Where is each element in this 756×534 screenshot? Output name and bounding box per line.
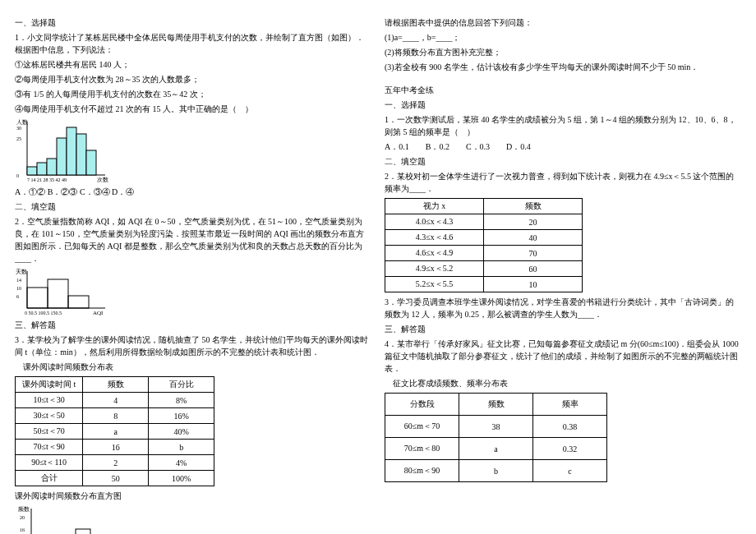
- histogram-1: 人数 次数 30 25 0 7 14 21 28 35 42 49: [15, 117, 113, 183]
- mid-h1: 一、选择题: [385, 99, 741, 111]
- mid-q1-opts: A．0.1 B．0.2 C．0.3 D．0.4: [385, 140, 741, 153]
- svg-rect-22: [27, 288, 48, 308]
- svg-rect-12: [76, 134, 86, 175]
- q3-sub2: (2)将频数分布直方图补充完整；: [385, 46, 741, 58]
- histogram-2: 天数 AQI 14 10 6 0 50.5 100.5 150.5: [15, 267, 113, 316]
- chart2-ylabel: 天数: [16, 269, 27, 275]
- chart-ylabel: 人数: [16, 119, 28, 126]
- mid-h2: 二、填空题: [385, 155, 741, 168]
- svg-text:25: 25: [16, 136, 21, 141]
- chart3-ylabel: 频数: [18, 506, 30, 513]
- svg-text:0: 0: [16, 173, 19, 178]
- histogram-3: 频数 时间/min 20 16 12 8 4 0 10 30 50 70 90 …: [15, 504, 130, 534]
- svg-rect-2: [27, 167, 37, 175]
- vision-table: 视力 x频数 4.0≤x＜4.320 4.3≤x＜4.640 4.6≤x＜4.9…: [385, 198, 583, 292]
- right-column: 请根据图表中提供的信息回答下列问题： (1)a=____，b=____； (2)…: [378, 16, 748, 518]
- mid-h3: 三、解答题: [385, 323, 741, 335]
- svg-rect-6: [47, 159, 57, 175]
- svg-rect-8: [57, 138, 67, 175]
- svg-text:14: 14: [16, 278, 21, 283]
- table-title: 课外阅读时间频数分布表: [15, 361, 371, 373]
- q1-options: A．①② B．②③ C．③④ D．④: [15, 186, 371, 198]
- mid-q3: 3．学习委员调查本班学生课外阅读情况，对学生喜爱的书籍进行分类统计，其中「古诗词…: [385, 296, 741, 320]
- q1-stmt-3: ③有 1/5 的人每周使用手机支付的次数在 35～42 次；: [15, 88, 371, 100]
- essay-score-table: 分数段频数频率 60≤m＜70380.38 70≤m＜80a0.32 80≤m＜…: [385, 393, 607, 482]
- section-heading-3: 三、解答题: [15, 319, 371, 331]
- q3-cont: 请根据图表中提供的信息回答下列问题：: [385, 16, 741, 29]
- question-1: 1．小文同学统计了某栋居民楼中全体居民每周使用手机支付的次数，并绘制了直方图（如…: [15, 31, 371, 56]
- chart-xlabel: 次数: [97, 177, 108, 183]
- svg-text:10: 10: [16, 286, 21, 291]
- left-column: 一、选择题 1．小文同学统计了某栋居民楼中全体居民每周使用手机支付的次数，并绘制…: [8, 16, 378, 518]
- chart2-xlabel: AQI: [93, 310, 104, 316]
- section-heading-2: 二、填空题: [15, 200, 371, 213]
- mid-q1: 1．一次数学测试后，某班 40 名学生的成绩被分为 5 组，第 1～4 组的频数…: [385, 113, 741, 138]
- svg-rect-34: [76, 529, 90, 534]
- svg-rect-23: [48, 279, 68, 308]
- question-2: 2．空气质量指数简称 AQI，如 AQI 在 0～50，空气质量类别为优，在 5…: [15, 215, 371, 265]
- mid-title: 五年中考全练: [385, 84, 741, 96]
- section-heading: 一、选择题: [15, 16, 371, 29]
- svg-rect-24: [68, 296, 89, 308]
- svg-rect-10: [67, 127, 76, 175]
- svg-text:16: 16: [20, 527, 25, 532]
- svg-text:6: 6: [16, 294, 19, 299]
- svg-rect-14: [86, 150, 96, 175]
- question-3: 3．某学校为了解学生的课外阅读情况，随机抽查了 50 名学生，并统计他们平均每天…: [15, 334, 371, 358]
- mid-q4-sub: 征文比赛成绩频数、频率分布表: [385, 377, 741, 389]
- svg-text:0  50.5 100.5 150.5: 0 50.5 100.5 150.5: [25, 311, 62, 315]
- q1-stmt-1: ①这栋居民楼共有居民 140 人；: [15, 58, 371, 71]
- svg-text:20: 20: [20, 515, 25, 520]
- q1-stmt-2: ②每周使用手机支付次数为 28～35 次的人数最多；: [15, 73, 371, 85]
- chart2-title: 课外阅读时间频数分布直方图: [15, 490, 371, 502]
- reading-time-table: 课外阅读时间 t频数百分比 10≤t＜3048% 30≤t＜50816% 50≤…: [15, 376, 214, 486]
- svg-text:30: 30: [16, 126, 21, 131]
- svg-text:7 14 21 28 35 42 49: 7 14 21 28 35 42 49: [27, 177, 67, 182]
- q1-stmt-4: ④每周使用手机支付不超过 21 次的有 15 人。其中正确的是（ ）: [15, 103, 371, 115]
- svg-rect-4: [37, 163, 47, 175]
- mid-q2: 2．某校对初一全体学生进行了一次视力普查，得到如下统计表，则视力在 4.9≤x＜…: [385, 170, 741, 195]
- q3-sub3: (3)若全校有 900 名学生，估计该校有多少学生平均每天的课外阅读时间不少于 …: [385, 61, 741, 73]
- q3-sub1: (1)a=____，b=____；: [385, 31, 741, 44]
- mid-q4: 4．某市举行「传承好家风」征文比赛，已知每篇参赛征文成绩记 m 分(60≤m≤1…: [385, 338, 741, 375]
